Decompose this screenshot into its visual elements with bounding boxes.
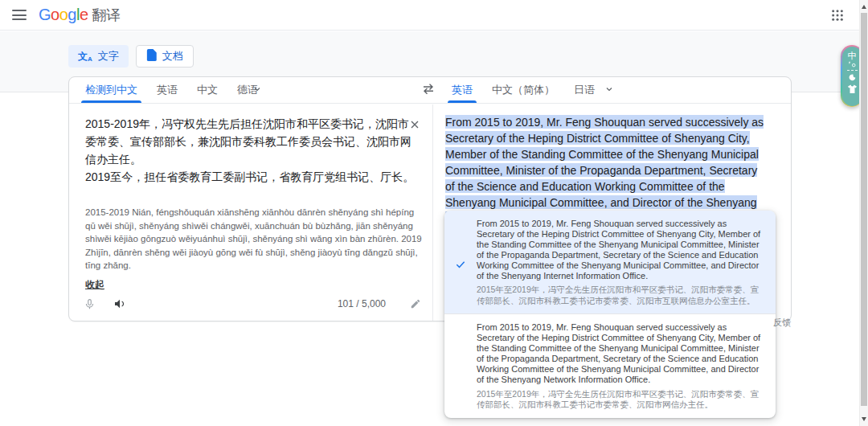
scroll-down-arrow[interactable] — [862, 417, 866, 421]
collapse-transliteration-link[interactable]: 收起 — [85, 278, 104, 292]
listen-speaker-icon[interactable] — [113, 297, 126, 310]
source-text-input[interactable]: 2015-2019年，冯守权先生先后担任沈阳市和平区委书记，沈阳市委常委、宣传部… — [85, 115, 420, 186]
source-toolbar: 101 / 5,000 — [84, 293, 421, 315]
microphone-icon[interactable] — [84, 298, 96, 310]
option-back-translation: 2015年至2019年，冯守全先生历任沉阳市和平区委书记、沉阳市委常委、宣传部部… — [477, 285, 764, 306]
apps-grid-icon[interactable] — [831, 9, 844, 25]
logo-letter: G — [39, 6, 51, 24]
document-mode-button[interactable]: 文档 — [136, 45, 194, 68]
target-language-tabs: 英语 中文（简体） 日语 — [442, 77, 604, 103]
checkmark-icon — [455, 259, 466, 273]
transliteration-text: 2015-2019 Nián, féngshǒuquán xiānshēng x… — [85, 206, 426, 272]
widget-language-label: 中 — [848, 51, 857, 61]
swap-languages-icon[interactable] — [421, 83, 436, 100]
option-back-translation: 2015年至2019年，冯守全先生历任沉阳市和平区委书记、沉阳市委常委、宣传部部… — [477, 389, 764, 411]
translation-option-alternate[interactable]: From 2015 to 2019, Mr. Feng Shouquan ser… — [444, 313, 776, 417]
target-lang-chevron-down-icon[interactable] — [596, 84, 622, 94]
option-english-text: From 2015 to 2019, Mr. Feng Shouquan ser… — [477, 322, 764, 384]
google-translate-page: Google 翻译 文A 文字 文档 检测到中文 — [0, 0, 868, 426]
text-mode-button[interactable]: 文A 文字 — [68, 45, 129, 68]
document-icon — [146, 49, 157, 63]
menu-icon[interactable] — [12, 10, 27, 20]
target-lang-tab-chinese-simplified[interactable]: 中文（简体） — [482, 77, 564, 103]
source-panel: 2015-2019年，冯守权先生先后担任沈阳市和平区委书记，沈阳市委常委、宣传部… — [69, 104, 433, 321]
header: Google 翻译 — [0, 0, 868, 31]
clear-source-icon[interactable] — [407, 117, 423, 133]
source-lang-tab-chinese[interactable]: 中文 — [187, 77, 227, 103]
translation-option-selected[interactable]: From 2015 to 2019, Mr. Feng Shouquan ser… — [444, 211, 776, 313]
option-english-text: From 2015 to 2019, Mr. Feng Shouquan ser… — [477, 219, 764, 281]
moon-icon[interactable] — [848, 73, 857, 82]
scrollbar-thumb[interactable] — [861, 13, 867, 406]
edit-pencil-icon[interactable] — [410, 298, 421, 309]
logo-product-name: 翻译 — [92, 6, 121, 25]
shirt-icon[interactable] — [847, 84, 858, 94]
source-lang-tab-english[interactable]: 英语 — [147, 77, 187, 103]
language-bar: 检测到中文 英语 中文 德语 英语 中文（简体） 日语 — [69, 77, 791, 104]
widget-transliterate-icon — [847, 61, 857, 68]
character-count: 101 / 5,000 — [338, 298, 386, 309]
feedback-link[interactable]: 反馈 — [773, 317, 791, 329]
google-logo[interactable]: Google 翻译 — [39, 6, 121, 25]
target-lang-tab-english[interactable]: 英语 — [442, 77, 482, 103]
text-mode-label: 文字 — [98, 49, 119, 63]
source-lang-tab-detected[interactable]: 检测到中文 — [76, 77, 147, 103]
translation-text: From 2015 to 2019, Mr. Feng Shouquan ser… — [445, 113, 768, 226]
translate-text-icon: 文A — [78, 50, 92, 63]
scroll-up-arrow[interactable] — [862, 5, 866, 9]
widget-divider — [847, 70, 858, 71]
logo-letter: o — [51, 6, 59, 24]
logo-letter: g — [68, 6, 76, 24]
source-lang-chevron-down-icon[interactable] — [244, 84, 270, 94]
scrollbar[interactable] — [859, 0, 868, 426]
mode-switcher: 文A 文字 文档 — [68, 45, 194, 68]
logo-letter: o — [59, 6, 68, 24]
alternative-translations-dropdown: From 2015 to 2019, Mr. Feng Shouquan ser… — [444, 211, 776, 418]
source-language-tabs: 检测到中文 英语 中文 德语 — [76, 77, 268, 103]
logo-letter: e — [80, 6, 88, 24]
document-mode-label: 文档 — [162, 49, 183, 63]
